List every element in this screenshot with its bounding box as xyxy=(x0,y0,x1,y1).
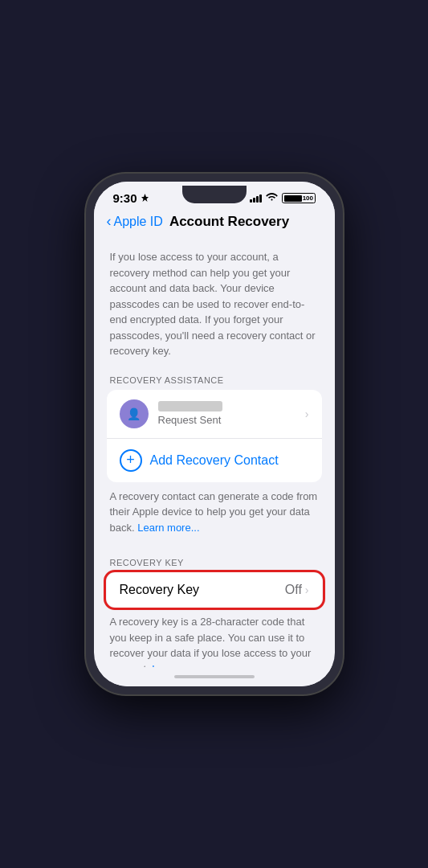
contact-status: Request Sent xyxy=(158,414,296,426)
page-title: Account Recovery xyxy=(169,214,289,230)
home-indicator xyxy=(94,667,335,686)
recovery-assistance-learn-more-link[interactable]: Learn more... xyxy=(137,522,199,534)
recovery-key-description: A recovery key is a 28-character code th… xyxy=(94,608,335,667)
recovery-key-section: RECOVERY KEY Recovery Key Off › A recove… xyxy=(94,551,335,667)
add-recovery-contact-label: Add Recovery Contact xyxy=(150,453,279,468)
contact-name-blurred xyxy=(158,401,222,411)
recovery-key-card: Recovery Key Off › xyxy=(107,572,322,608)
nav-bar: ‹ Apple ID Account Recovery xyxy=(94,208,335,236)
recovery-assistance-card: 👤 Request Sent › + Add Recovery Contact xyxy=(107,390,322,482)
recovery-assistance-helper: A recovery contact can generate a code f… xyxy=(94,482,335,539)
status-time: 9:30 xyxy=(113,191,149,205)
battery-icon: 100 xyxy=(282,193,315,203)
back-chevron-icon: ‹ xyxy=(107,213,112,230)
back-label: Apple ID xyxy=(114,215,163,229)
chevron-right-icon: › xyxy=(305,407,309,420)
intro-description: If you lose access to your account, a re… xyxy=(94,236,335,369)
plus-icon: + xyxy=(120,449,142,472)
recovery-key-row[interactable]: Recovery Key Off › xyxy=(107,572,322,608)
status-icons: 100 xyxy=(250,193,315,204)
home-bar xyxy=(174,675,255,678)
recovery-key-value: Off › xyxy=(285,583,309,597)
contact-info: Request Sent xyxy=(158,401,296,426)
recovery-key-header: RECOVERY KEY xyxy=(94,551,335,572)
wifi-icon xyxy=(266,193,278,204)
avatar: 👤 xyxy=(120,399,149,428)
avatar-initials: 👤 xyxy=(127,407,141,420)
recovery-assistance-header: RECOVERY ASSISTANCE xyxy=(94,369,335,390)
content-area: If you lose access to your account, a re… xyxy=(94,236,335,667)
chevron-right-icon: › xyxy=(305,583,309,596)
add-recovery-contact-row[interactable]: + Add Recovery Contact xyxy=(107,439,322,482)
recovery-key-label: Recovery Key xyxy=(120,583,200,597)
signal-icon xyxy=(250,194,262,203)
back-button[interactable]: ‹ Apple ID xyxy=(107,213,163,230)
recovery-contact-row[interactable]: 👤 Request Sent › xyxy=(107,390,322,439)
